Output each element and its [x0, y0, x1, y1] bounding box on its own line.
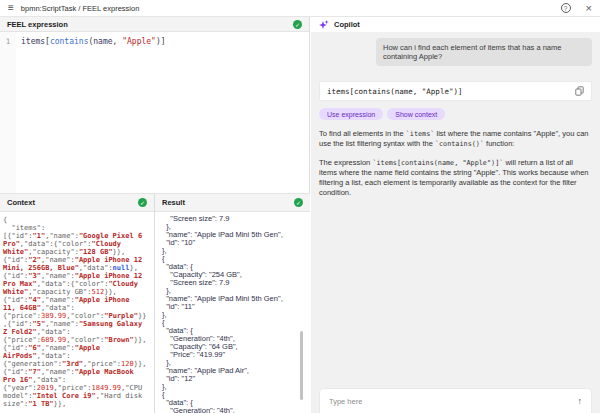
user-message-bubble: How can i find each element of items tha… [376, 38, 592, 66]
sparkle-icon [319, 20, 329, 30]
context-title: Context [7, 198, 35, 207]
breadcrumb: bpmn:ScriptTask / FEEL expression [21, 4, 140, 13]
line-number-gutter: 1 [0, 32, 16, 193]
result-header: Result [155, 194, 310, 212]
context-panel: Context { "items":[{"id":"1","name":"Goo… [0, 194, 155, 413]
feel-expression-editor[interactable]: 1 items[contains(name, "Apple")] [0, 32, 309, 193]
help-icon[interactable]: ? [561, 3, 571, 13]
result-json-output: "Screen size": 7.9 }, "name": "Apple iPa… [155, 212, 310, 413]
topbar: ≡ bpmn:ScriptTask / FEEL expression ? × [0, 0, 600, 17]
use-expression-button[interactable]: Use expression [319, 108, 383, 120]
result-scrollbar[interactable] [300, 331, 303, 400]
copilot-title: Copilot [334, 20, 360, 29]
copy-icon [575, 84, 584, 99]
feel-expression-title: FEEL expression [7, 20, 68, 29]
copilot-chat-area: How can i find each element of items tha… [311, 32, 600, 413]
context-json-editor[interactable]: { "items":[{"id":"1","name":"Google Pixe… [0, 212, 154, 413]
result-panel: Result "Screen size": 7.9 }, "name": "Ap… [155, 194, 310, 413]
copy-button[interactable] [575, 84, 584, 99]
expression-valid-check-icon [293, 20, 302, 29]
context-valid-check-icon [138, 198, 147, 207]
suggestion-code: items[contains(name, "Apple")] [327, 87, 462, 96]
editor-column: FEEL expression 1 items[contains(name, "… [0, 17, 310, 413]
close-icon[interactable]: × [586, 3, 592, 14]
copilot-explanation-detail: The expression `items[contains(name, "Ap… [319, 158, 592, 198]
result-title: Result [162, 198, 185, 207]
chat-input[interactable] [329, 397, 578, 406]
line-number: 1 [6, 37, 11, 46]
copilot-panel: Copilot How can i find each element of i… [311, 17, 600, 413]
context-header: Context [0, 194, 154, 212]
code-suggestion-block: items[contains(name, "Apple")] [319, 81, 592, 101]
suggestion-actions: Use expression Show context [319, 108, 592, 120]
send-arrow-icon[interactable]: ↑ [578, 397, 583, 406]
expression-code[interactable]: items[contains(name, "Apple")] [16, 32, 309, 193]
feel-playground-window: ≡ bpmn:ScriptTask / FEEL expression ? × … [0, 0, 600, 413]
chat-input-container: ↑ [319, 388, 592, 413]
result-valid-check-icon [294, 198, 303, 207]
bottom-panels: Context { "items":[{"id":"1","name":"Goo… [0, 193, 310, 413]
menu-icon[interactable]: ≡ [8, 3, 14, 13]
copilot-header: Copilot [311, 17, 600, 32]
show-context-button[interactable]: Show context [387, 108, 445, 120]
copilot-explanation-intro: To find all elements in the `items` list… [319, 129, 592, 149]
feel-expression-header: FEEL expression [0, 17, 309, 32]
